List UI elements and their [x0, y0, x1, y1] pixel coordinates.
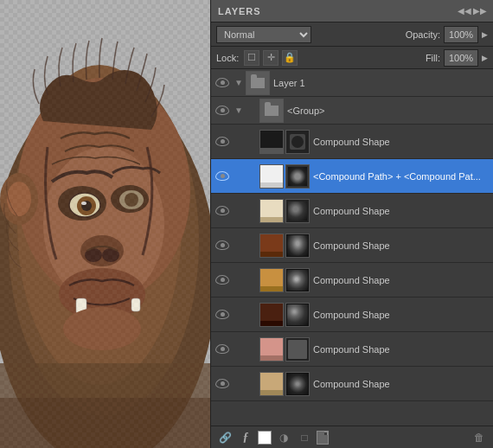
layer-row[interactable]: Compound Shape	[211, 298, 493, 332]
visibility-icon[interactable]	[215, 78, 229, 87]
layer-row[interactable]: Compound Shape	[211, 332, 493, 367]
thumb-col	[259, 268, 310, 292]
eye-icon-col[interactable]	[213, 344, 232, 354]
thumb-col	[259, 337, 310, 362]
visibility-icon[interactable]	[215, 344, 229, 354]
layer-name: Compound Shape	[313, 275, 491, 285]
layer-name: Compound Shape	[313, 137, 491, 147]
blend-mode-select[interactable]: Normal Multiply Screen	[216, 26, 311, 43]
visibility-icon[interactable]	[215, 275, 229, 285]
layer-row[interactable]: Compound Shape	[211, 263, 493, 298]
layer-thumbnail	[259, 130, 284, 154]
expand-col[interactable]: ▼	[232, 106, 246, 115]
layer-name: Layer 1	[273, 78, 491, 88]
layer-thumbnail	[259, 337, 284, 362]
delete-layer-button[interactable]: 🗑	[471, 429, 488, 446]
layer-mask-thumbnail	[285, 337, 310, 362]
layer-thumbnail	[259, 372, 284, 396]
layer-thumbnail	[259, 164, 284, 189]
layer-thumbnail	[259, 303, 284, 327]
layer-thumbnail	[246, 71, 270, 95]
opacity-label: Opacity:	[406, 29, 440, 40]
layer-name: <Compound Path> + <Compound Pat...	[313, 171, 491, 182]
thumb-col	[259, 99, 284, 123]
svg-rect-30	[0, 0, 210, 448]
layer-row[interactable]: ▼ Layer 1	[211, 69, 493, 97]
eye-icon-col[interactable]	[213, 106, 232, 115]
visibility-icon[interactable]	[215, 310, 229, 319]
layer-thumbnail	[259, 268, 284, 292]
blend-opacity-row: Normal Multiply Screen Opacity: ▶	[211, 22, 493, 47]
visibility-icon[interactable]	[215, 206, 229, 215]
lock-label: Lock:	[216, 53, 239, 63]
eye-icon-col[interactable]	[213, 240, 232, 250]
visibility-icon[interactable]	[215, 106, 229, 115]
layer-mask-thumbnail	[285, 234, 310, 258]
expand-col[interactable]: ▼	[232, 78, 246, 87]
lock-pixels-button[interactable]: ☐	[244, 50, 259, 66]
layer-name: <Group>	[287, 106, 491, 116]
layer-mask-thumbnail	[285, 268, 310, 292]
lock-fill-row: Lock: ☐ ✛ 🔒 Fill: ▶	[211, 47, 493, 69]
layer-row[interactable]: Compound Shape	[211, 367, 493, 401]
layer-name: Compound Shape	[313, 206, 491, 216]
layer-mask-thumbnail	[285, 199, 310, 223]
lock-all-button[interactable]: 🔒	[282, 50, 298, 66]
fill-dropdown-arrow[interactable]: ▶	[482, 54, 488, 62]
canvas-area	[0, 0, 210, 448]
layer-mask-thumbnail	[285, 130, 310, 154]
layer-name: Compound Shape	[313, 240, 491, 251]
expand-icon[interactable]: ▶▶	[474, 5, 486, 17]
eye-icon-col[interactable]	[213, 137, 232, 146]
link-layers-button[interactable]: 🔗	[216, 429, 234, 446]
layer-row[interactable]: ▼ <Group>	[211, 97, 493, 125]
layer-thumbnail	[259, 199, 284, 223]
layer-row[interactable]: Compound Shape	[211, 194, 493, 228]
layer-mask-thumbnail	[285, 303, 310, 327]
collapse-icon[interactable]: ◀◀	[458, 5, 471, 17]
eye-icon-col[interactable]	[213, 310, 232, 319]
eye-icon-col[interactable]	[213, 78, 232, 87]
opacity-dropdown-arrow[interactable]: ▶	[482, 30, 488, 39]
visibility-icon[interactable]	[215, 379, 229, 388]
new-layer-button[interactable]	[317, 431, 329, 445]
layer-row[interactable]: Compound Shape	[211, 125, 493, 159]
layer-mask-thumbnail	[285, 164, 310, 189]
layer-styles-button[interactable]: ƒ	[237, 429, 254, 446]
opacity-input[interactable]	[444, 26, 478, 43]
eye-icon-col[interactable]	[213, 171, 232, 181]
thumb-col	[259, 234, 310, 258]
visibility-icon[interactable]	[215, 240, 229, 250]
panel-header: LAYERS ◀◀ ▶▶	[211, 0, 493, 22]
visibility-icon[interactable]	[215, 171, 229, 181]
layers-panel: LAYERS ◀◀ ▶▶ Normal Multiply Screen Opac…	[210, 0, 493, 448]
lock-position-button[interactable]: ✛	[263, 50, 279, 66]
expand-arrow[interactable]: ▼	[234, 106, 243, 115]
lock-icons: ☐ ✛ 🔒	[244, 50, 298, 66]
eye-icon-col[interactable]	[213, 379, 232, 388]
thumb-col	[259, 303, 310, 327]
fill-input[interactable]	[444, 49, 478, 67]
layer-mask-button[interactable]	[258, 431, 272, 445]
new-group-button[interactable]: □	[296, 429, 313, 446]
visibility-icon[interactable]	[215, 137, 229, 146]
layer-row[interactable]: Compound Shape	[211, 228, 493, 263]
panel-bottom-toolbar: 🔗 ƒ ◑ □ 🗑	[211, 426, 493, 448]
layer-row[interactable]: <Compound Path> + <Compound Pat...	[211, 159, 493, 194]
layer-thumbnail	[259, 234, 284, 258]
layer-thumbnail	[259, 99, 284, 123]
fill-label: Fill:	[426, 53, 440, 63]
thumb-col	[259, 372, 310, 396]
fill-control: Fill: ▶	[426, 49, 488, 67]
adjustment-layer-button[interactable]: ◑	[275, 429, 292, 446]
opacity-control: Opacity: ▶	[406, 26, 488, 43]
eye-icon-col[interactable]	[213, 275, 232, 285]
thumb-col	[259, 164, 310, 189]
layer-name: Compound Shape	[313, 344, 491, 355]
layer-mask-thumbnail	[285, 372, 310, 396]
layers-list[interactable]: ▼ Layer 1 ▼	[211, 69, 493, 426]
eye-icon-col[interactable]	[213, 206, 232, 215]
thumb-col	[259, 130, 310, 154]
panel-header-icons: ◀◀ ▶▶	[458, 5, 486, 17]
expand-arrow[interactable]: ▼	[234, 78, 243, 87]
